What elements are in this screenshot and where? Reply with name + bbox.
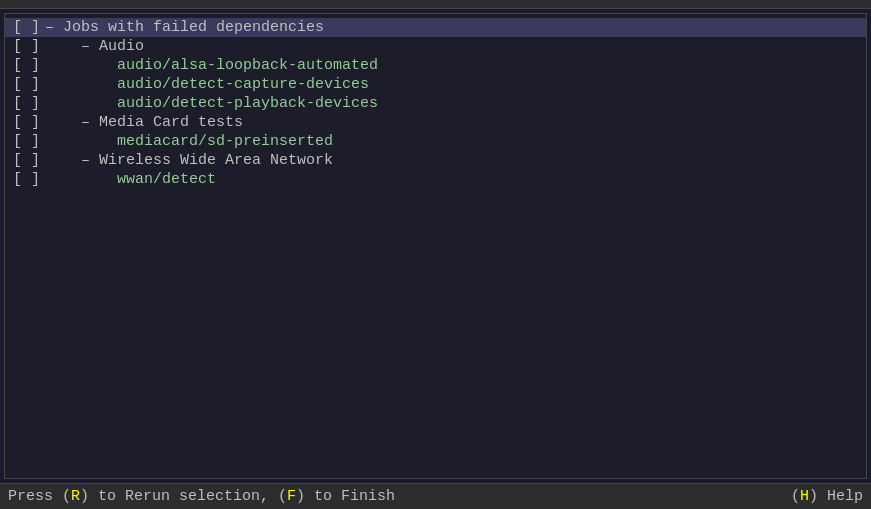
item-label: – Wireless Wide Area Network (45, 152, 333, 169)
checkbox: [ ] (13, 171, 41, 188)
status-mid1: ) to Rerun selection, ( (80, 488, 287, 505)
status-bar: Press (R) to Rerun selection, (F) to Fin… (0, 483, 871, 509)
list-container[interactable]: [ ]– Jobs with failed dependencies[ ] – … (5, 14, 866, 478)
list-item[interactable]: [ ] wwan/detect (5, 170, 866, 189)
list-item[interactable]: [ ] – Wireless Wide Area Network (5, 151, 866, 170)
title-bar (0, 0, 871, 9)
status-prefix1: Press ( (8, 488, 71, 505)
checkbox: [ ] (13, 95, 41, 112)
item-label: audio/detect-capture-devices (45, 76, 369, 93)
item-label: audio/detect-playback-devices (45, 95, 378, 112)
item-label: – Media Card tests (45, 114, 243, 131)
status-left: Press (R) to Rerun selection, (F) to Fin… (8, 488, 395, 505)
checkbox: [ ] (13, 152, 41, 169)
key-r: R (71, 488, 80, 505)
list-item[interactable]: [ ] – Media Card tests (5, 113, 866, 132)
key-h: H (800, 488, 809, 505)
list-item[interactable]: [ ]– Jobs with failed dependencies (5, 18, 866, 37)
checkbox: [ ] (13, 57, 41, 74)
key-f: F (287, 488, 296, 505)
status-help-prefix: ( (791, 488, 800, 505)
list-item[interactable]: [ ] audio/detect-playback-devices (5, 94, 866, 113)
item-label: audio/alsa-loopback-automated (45, 57, 378, 74)
item-label: wwan/detect (45, 171, 216, 188)
checkbox: [ ] (13, 19, 41, 36)
status-help-suffix: ) Help (809, 488, 863, 505)
checkbox: [ ] (13, 76, 41, 93)
list-item[interactable]: [ ] audio/detect-capture-devices (5, 75, 866, 94)
checkbox: [ ] (13, 133, 41, 150)
checkbox: [ ] (13, 114, 41, 131)
list-item[interactable]: [ ] – Audio (5, 37, 866, 56)
main-content: [ ]– Jobs with failed dependencies[ ] – … (4, 13, 867, 479)
checkbox: [ ] (13, 38, 41, 55)
status-mid2: ) to Finish (296, 488, 395, 505)
list-item[interactable]: [ ] mediacard/sd-preinserted (5, 132, 866, 151)
status-right: (H) Help (791, 488, 863, 505)
item-label: – Jobs with failed dependencies (45, 19, 324, 36)
list-item[interactable]: [ ] audio/alsa-loopback-automated (5, 56, 866, 75)
item-label: – Audio (45, 38, 144, 55)
item-label: mediacard/sd-preinserted (45, 133, 333, 150)
